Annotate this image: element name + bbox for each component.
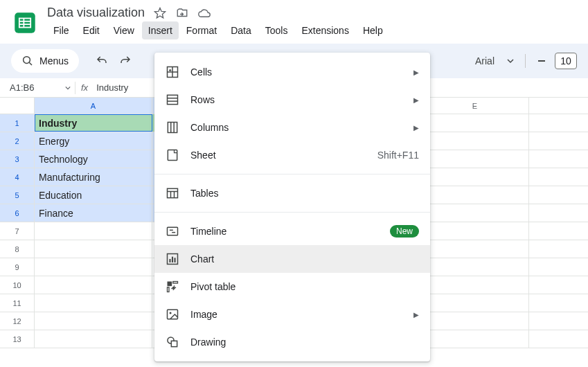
move-icon[interactable] — [175, 6, 189, 20]
cell[interactable] — [421, 132, 529, 150]
row-header[interactable]: 9 — [0, 258, 35, 276]
row-header[interactable]: 2 — [0, 132, 35, 150]
cell[interactable] — [35, 222, 152, 240]
row-header[interactable]: 5 — [0, 186, 35, 204]
cell[interactable] — [35, 240, 152, 258]
svg-rect-24 — [168, 227, 178, 235]
cell[interactable] — [421, 150, 529, 168]
chevron-right-icon: ▶ — [413, 311, 419, 319]
name-box[interactable]: A1:B6 — [6, 81, 75, 94]
menu-item-label: Columns — [190, 122, 402, 133]
menu-insert[interactable]: Insert — [142, 21, 179, 39]
insert-menu-drawing[interactable]: Drawing — [154, 328, 430, 356]
cell[interactable] — [421, 258, 529, 276]
svg-point-35 — [170, 312, 172, 314]
timeline-icon — [166, 224, 179, 238]
insert-menu-chart[interactable]: Chart — [154, 245, 430, 273]
cell[interactable]: Energy — [35, 132, 152, 150]
menus-search-button[interactable]: Menus — [11, 49, 79, 73]
tables-icon — [166, 186, 179, 200]
cell[interactable]: Industry — [35, 114, 152, 132]
insert-menu-columns[interactable]: Columns▶ — [154, 114, 430, 141]
cell[interactable] — [421, 222, 529, 240]
svg-rect-37 — [171, 341, 177, 346]
cell[interactable] — [421, 168, 529, 186]
cell[interactable] — [421, 204, 529, 222]
cell[interactable] — [35, 330, 152, 348]
cell[interactable]: Finance — [35, 204, 152, 222]
menu-data[interactable]: Data — [224, 21, 258, 39]
svg-point-5 — [24, 57, 30, 64]
menu-edit[interactable]: Edit — [77, 21, 106, 39]
cell[interactable] — [421, 240, 529, 258]
undo-button[interactable] — [91, 51, 112, 71]
cell[interactable] — [35, 258, 152, 276]
row-header[interactable]: 13 — [0, 330, 35, 348]
row-header[interactable]: 7 — [0, 222, 35, 240]
column-header-e[interactable]: E — [421, 98, 529, 114]
svg-line-6 — [29, 62, 32, 65]
rows-icon — [166, 93, 179, 107]
svg-rect-32 — [173, 282, 178, 284]
row-header[interactable]: 6 — [0, 204, 35, 222]
cells-icon — [166, 65, 179, 79]
row-header[interactable]: 11 — [0, 294, 35, 312]
font-family-select[interactable]: Arial — [470, 53, 519, 69]
menu-item-label: Drawing — [190, 337, 419, 348]
select-all-corner[interactable] — [0, 98, 35, 114]
menu-help[interactable]: Help — [357, 21, 389, 39]
image-icon — [166, 307, 179, 321]
cell[interactable]: Education — [35, 186, 152, 204]
insert-menu-cells[interactable]: Cells▶ — [154, 58, 430, 86]
cell[interactable] — [421, 186, 529, 204]
row-header[interactable]: 4 — [0, 168, 35, 186]
menu-item-label: Pivot table — [190, 281, 419, 292]
document-title[interactable]: Data visualization — [47, 6, 145, 20]
redo-button[interactable] — [115, 51, 136, 71]
cell[interactable] — [421, 114, 529, 132]
insert-menu-pivot-table[interactable]: Pivot table — [154, 273, 430, 301]
menus-search-label: Menus — [39, 55, 69, 66]
row-header[interactable]: 12 — [0, 312, 35, 330]
cell[interactable] — [35, 312, 152, 330]
menu-extensions[interactable]: Extensions — [295, 21, 355, 39]
formula-bar-input[interactable]: Industry — [93, 82, 128, 93]
cell[interactable] — [35, 294, 152, 312]
insert-menu-sheet[interactable]: SheetShift+F11 — [154, 141, 430, 169]
cell[interactable] — [421, 276, 529, 294]
row-header[interactable]: 1 — [0, 114, 35, 132]
svg-rect-19 — [168, 150, 177, 161]
insert-menu-tables[interactable]: Tables — [154, 179, 430, 207]
menu-tools[interactable]: Tools — [259, 21, 294, 39]
cell[interactable] — [35, 276, 152, 294]
insert-menu-image[interactable]: Image▶ — [154, 301, 430, 328]
svg-rect-16 — [168, 123, 177, 133]
svg-rect-34 — [168, 310, 178, 319]
star-icon[interactable] — [153, 6, 167, 20]
decrease-font-size-button[interactable] — [531, 51, 552, 71]
cell[interactable] — [421, 294, 529, 312]
insert-menu-rows[interactable]: Rows▶ — [154, 86, 430, 114]
sheets-logo[interactable] — [11, 9, 39, 37]
menu-item-label: Image — [190, 309, 402, 320]
row-header[interactable]: 10 — [0, 276, 35, 294]
menu-format[interactable]: Format — [180, 21, 223, 39]
svg-rect-0 — [15, 12, 35, 33]
cell[interactable] — [421, 312, 529, 330]
cell[interactable]: Manufacturing — [35, 168, 152, 186]
insert-menu-timeline[interactable]: TimelineNew — [154, 217, 430, 245]
chevron-right-icon: ▶ — [413, 124, 419, 132]
svg-rect-28 — [169, 259, 170, 262]
row-header[interactable]: 8 — [0, 240, 35, 258]
menu-item-label: Chart — [190, 253, 419, 265]
column-header-a[interactable]: A — [35, 98, 152, 114]
cloud-status-icon[interactable] — [197, 6, 211, 20]
sheet-icon — [166, 148, 179, 162]
cell[interactable] — [421, 330, 529, 348]
row-header[interactable]: 3 — [0, 150, 35, 168]
chevron-right-icon: ▶ — [413, 96, 419, 104]
menu-file[interactable]: File — [47, 21, 75, 39]
cell[interactable]: Technology — [35, 150, 152, 168]
font-size-input[interactable]: 10 — [555, 53, 577, 69]
menu-view[interactable]: View — [107, 21, 141, 39]
